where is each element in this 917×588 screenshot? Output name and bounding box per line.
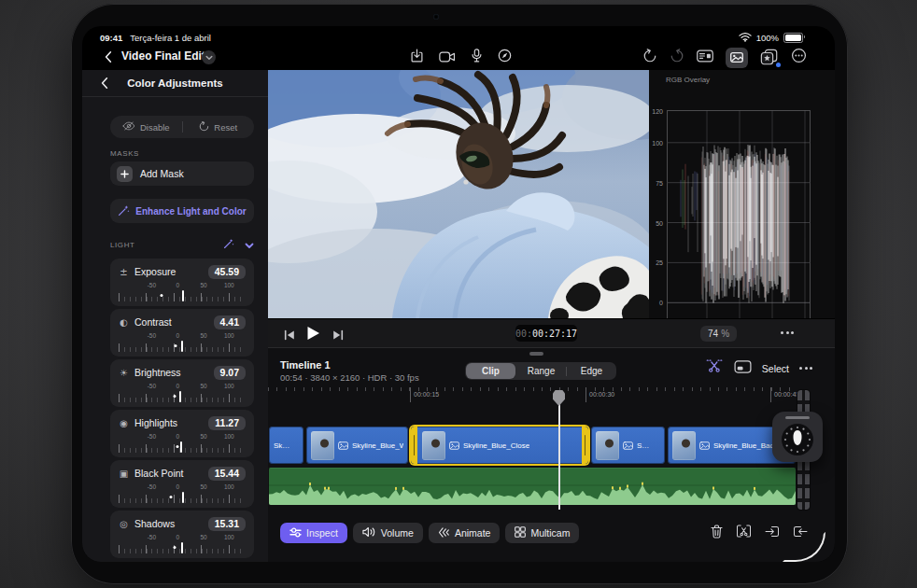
exposure-icon: ± xyxy=(119,267,129,277)
disable-button[interactable]: Disable xyxy=(110,121,182,133)
scope-title: RGB Overlay xyxy=(666,76,710,84)
svg-text:100: 100 xyxy=(652,140,663,147)
timeline-info: 00:54 · 3840 × 2160 · HDR · 30 fps xyxy=(280,372,419,383)
clip-skyline-blue-wide[interactable]: Skyline_Blue_Wide xyxy=(306,427,408,464)
masks-section-label: MASKS xyxy=(110,149,268,158)
select-button[interactable]: Select xyxy=(762,363,789,374)
split-blade-icon[interactable] xyxy=(736,525,752,541)
video-preview[interactable] xyxy=(268,70,649,318)
status-bar: 09:41 Terça-feira 1 de abril 100% xyxy=(82,26,835,45)
title-bar: Video Final Edit xyxy=(82,45,835,70)
camera-icon[interactable] xyxy=(439,49,456,66)
zoom-level-badge[interactable]: 74% xyxy=(700,326,737,342)
media-browser-button[interactable] xyxy=(726,48,748,68)
effects-badge xyxy=(776,63,781,67)
overview-icon[interactable] xyxy=(734,360,752,377)
shadows-value[interactable]: 15.31 xyxy=(208,517,246,531)
volume-button[interactable]: Volume xyxy=(353,523,423,543)
more-icon[interactable] xyxy=(791,48,807,67)
photo-icon xyxy=(449,441,459,450)
photo-icon xyxy=(338,441,348,450)
light-section-header: LIGHT xyxy=(110,238,254,251)
microphone-icon[interactable] xyxy=(472,49,482,66)
contrast-slider-track[interactable] xyxy=(119,340,246,352)
enhance-light-color-button[interactable]: Enhance Light and Color xyxy=(110,199,254,223)
trim-handle-left[interactable] xyxy=(411,427,417,464)
effects-icon[interactable] xyxy=(760,49,779,66)
back-chevron-icon[interactable] xyxy=(105,50,112,67)
highlights-slider-track[interactable] xyxy=(119,441,246,453)
play-button[interactable] xyxy=(306,326,320,344)
mode-edge[interactable]: Edge xyxy=(567,362,616,380)
slider-black-point: ▣Black Point15.44 -50050100 xyxy=(110,460,254,508)
slider-shadows: ◎Shadows15.31 -50050100 xyxy=(110,511,254,558)
brightness-value[interactable]: 9.07 xyxy=(214,366,246,380)
timeline-drag-handle[interactable] xyxy=(529,352,543,356)
slider-exposure: ±Exposure45.59 -50050100 xyxy=(110,259,254,306)
light-section-label: LIGHT xyxy=(110,241,135,249)
clip-tools-bar: Inspect Volume Animate Multicam xyxy=(268,519,835,547)
trash-icon[interactable] xyxy=(711,525,723,542)
project-dropdown-chevron-icon[interactable] xyxy=(202,50,216,64)
jog-dial xyxy=(781,423,814,456)
viewer-more-icon[interactable] xyxy=(781,331,794,334)
svg-text:50: 50 xyxy=(656,220,663,227)
project-title[interactable]: Video Final Edit xyxy=(121,49,205,63)
shadows-icon: ◎ xyxy=(119,519,129,529)
contrast-value[interactable]: 4.41 xyxy=(214,315,246,329)
playback-bar: 00:00:27:17 74% xyxy=(268,318,835,347)
timeline-title-block: Timeline 1 00:54 · 3840 × 2160 · HDR · 3… xyxy=(280,359,419,383)
clip-skyline-2[interactable]: S… xyxy=(591,427,665,464)
audio-track[interactable] xyxy=(269,468,796,505)
black-point-value[interactable]: 15.44 xyxy=(208,467,246,481)
exposure-slider-track[interactable] xyxy=(119,289,246,301)
trim-handle-right[interactable] xyxy=(582,427,588,464)
panel-back-chevron-icon[interactable] xyxy=(101,77,108,93)
index-list-icon[interactable] xyxy=(697,49,713,66)
inspect-sliders-icon xyxy=(289,527,302,539)
clip-thumbnail xyxy=(422,431,445,460)
import-icon[interactable] xyxy=(411,49,423,66)
exposure-value[interactable]: 45.59 xyxy=(208,265,246,279)
animate-button[interactable]: Animate xyxy=(429,523,501,543)
black-point-slider-track[interactable] xyxy=(119,491,246,503)
skip-forward-icon[interactable] xyxy=(332,328,344,344)
jog-grip[interactable] xyxy=(785,416,810,419)
playhead-line[interactable] xyxy=(558,390,560,510)
timeline-more-icon[interactable] xyxy=(799,367,812,370)
skip-back-icon[interactable] xyxy=(284,328,295,344)
color-adjustments-panel: Color Adjustments Disable Reset MASKS Ad… xyxy=(82,70,268,562)
mode-range[interactable]: Range xyxy=(516,362,566,380)
mode-clip[interactable]: Clip xyxy=(466,363,515,379)
clip-skyline-1[interactable]: Sk… xyxy=(269,427,303,464)
highlights-value[interactable]: 11.27 xyxy=(208,416,246,430)
svg-text:25: 25 xyxy=(656,259,663,266)
panel-title: Color Adjustments xyxy=(82,70,268,96)
add-mask-label: Add Mask xyxy=(140,168,184,179)
front-camera xyxy=(433,14,439,20)
add-mask-button[interactable]: Add Mask xyxy=(110,161,254,186)
reset-button[interactable]: Reset xyxy=(183,121,255,133)
battery-icon xyxy=(783,33,803,43)
wifi-icon xyxy=(739,32,752,44)
plus-icon xyxy=(117,166,133,182)
compass-icon[interactable] xyxy=(498,49,512,66)
clip-thumbnail xyxy=(672,431,696,460)
insert-icon[interactable] xyxy=(765,525,780,541)
reset-label: Reset xyxy=(214,122,237,133)
auto-enhance-wand-icon[interactable] xyxy=(223,236,234,253)
inspect-button[interactable]: Inspect xyxy=(280,523,347,543)
undo-icon[interactable] xyxy=(642,49,657,67)
clip-skyline-blue-close-selected[interactable]: Skyline_Blue_Close xyxy=(411,427,588,464)
multicam-button[interactable]: Multicam xyxy=(505,523,579,543)
jog-wheel[interactable] xyxy=(772,412,823,462)
svg-text:0: 0 xyxy=(659,300,663,306)
app-screen: 09:41 Terça-feira 1 de abril 100% Video … xyxy=(82,26,835,562)
redo-icon[interactable] xyxy=(670,49,684,67)
shadows-slider-track[interactable] xyxy=(119,541,246,553)
collapse-chevron-icon[interactable] xyxy=(245,236,254,253)
reset-icon xyxy=(199,121,209,133)
blade-tool-icon[interactable] xyxy=(706,359,724,377)
brightness-slider-track[interactable] xyxy=(119,390,246,402)
timeline-ruler[interactable]: 00:00:15 00:00:30 00:00:45 xyxy=(268,387,835,404)
